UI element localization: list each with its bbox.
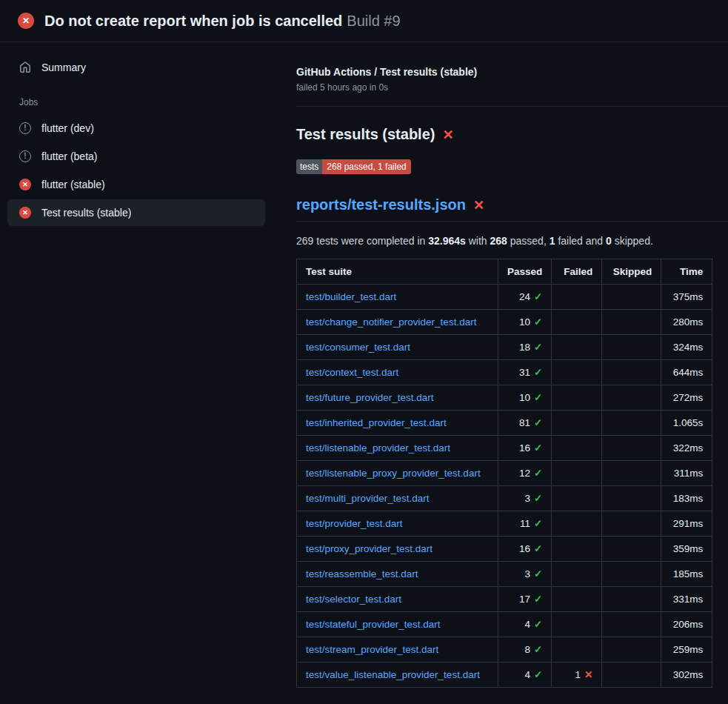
time-cell: 206ms bbox=[661, 612, 712, 637]
table-row: test/builder_test.dart24✓375ms bbox=[297, 285, 712, 310]
job-label: Test results (stable) bbox=[41, 207, 131, 219]
suite-link[interactable]: test/proxy_provider_test.dart bbox=[306, 543, 433, 554]
passed-count: 18 bbox=[519, 342, 530, 353]
time-cell: 272ms bbox=[661, 385, 712, 411]
suite-link[interactable]: test/multi_provider_test.dart bbox=[306, 493, 430, 504]
sidebar-item-job[interactable]: ✕Test results (stable) bbox=[7, 199, 265, 226]
suite-link[interactable]: test/reassemble_test.dart bbox=[306, 568, 418, 580]
col-header-passed: Passed bbox=[498, 259, 552, 285]
check-icon: ✓ bbox=[534, 442, 542, 454]
badge-label: tests bbox=[296, 159, 322, 174]
suite-link[interactable]: test/change_notifier_provider_test.dart bbox=[306, 316, 476, 328]
check-icon: ✓ bbox=[534, 367, 542, 378]
passed-count: 24 bbox=[519, 291, 530, 302]
suite-link[interactable]: test/stream_provider_test.dart bbox=[306, 644, 438, 655]
summary-number: 0 bbox=[606, 235, 612, 247]
time-cell: 322ms bbox=[661, 436, 712, 461]
col-header-skipped: Skipped bbox=[602, 259, 661, 285]
passed-count: 10 bbox=[519, 392, 530, 403]
failed-cell bbox=[552, 612, 602, 637]
failed-cell: 1✕ bbox=[552, 663, 602, 688]
suite-link[interactable]: test/context_test.dart bbox=[306, 367, 398, 378]
sidebar-item-job[interactable]: !flutter (dev) bbox=[7, 115, 265, 142]
suite-cell: test/reassemble_test.dart bbox=[297, 562, 498, 587]
skipped-cell bbox=[602, 612, 661, 637]
suite-cell: test/builder_test.dart bbox=[297, 285, 498, 310]
table-row: test/inherited_provider_test.dart81✓1.06… bbox=[297, 411, 712, 436]
check-icon: ✓ bbox=[534, 619, 542, 630]
suite-cell: test/provider_test.dart bbox=[297, 511, 498, 537]
passed-cell: 4✓ bbox=[498, 612, 552, 637]
passed-cell: 31✓ bbox=[498, 360, 552, 385]
suite-link[interactable]: test/listenable_provider_test.dart bbox=[306, 442, 450, 454]
check-icon: ✓ bbox=[534, 392, 542, 403]
failed-cell bbox=[552, 385, 602, 411]
suite-link[interactable]: test/value_listenable_provider_test.dart bbox=[306, 669, 480, 680]
summary-number: 1 bbox=[550, 235, 555, 247]
passed-count: 81 bbox=[519, 417, 530, 428]
table-row: test/multi_provider_test.dart3✓183ms bbox=[297, 486, 712, 511]
status-line: failed 5 hours ago in 0s bbox=[296, 82, 728, 93]
suite-cell: test/consumer_test.dart bbox=[297, 335, 498, 360]
table-row: test/proxy_provider_test.dart16✓359ms bbox=[297, 537, 712, 562]
passed-cell: 3✓ bbox=[498, 562, 552, 587]
skipped-cell bbox=[602, 663, 661, 688]
col-header-time: Time bbox=[661, 259, 712, 285]
failed-cell bbox=[552, 285, 602, 310]
check-icon: ✓ bbox=[534, 568, 542, 580]
suite-link[interactable]: test/consumer_test.dart bbox=[306, 342, 410, 353]
table-row: test/provider_test.dart11✓291ms bbox=[297, 511, 712, 537]
build-number: Build #9 bbox=[347, 13, 400, 29]
time-cell: 280ms bbox=[661, 310, 712, 335]
suite-link[interactable]: test/inherited_provider_test.dart bbox=[306, 417, 447, 428]
cross-icon: ✕ bbox=[584, 669, 592, 680]
suite-link[interactable]: test/stateful_provider_test.dart bbox=[306, 619, 441, 630]
jobs-heading: Jobs bbox=[7, 82, 265, 115]
col-header-failed: Failed bbox=[552, 259, 602, 285]
check-icon: ✓ bbox=[534, 543, 542, 554]
report-link[interactable]: reports/test-results.json bbox=[296, 196, 466, 213]
sidebar-item-summary[interactable]: Summary bbox=[7, 54, 265, 81]
skipped-cell bbox=[602, 537, 661, 562]
summary-text: 269 tests were completed in 32.964s with… bbox=[296, 235, 728, 247]
table-row: test/selector_test.dart17✓331ms bbox=[297, 587, 712, 612]
suite-link[interactable]: test/future_provider_test.dart bbox=[306, 392, 434, 403]
suite-cell: test/stream_provider_test.dart bbox=[297, 637, 498, 663]
suite-link[interactable]: test/listenable_proxy_provider_test.dart bbox=[306, 468, 481, 479]
sidebar-item-job[interactable]: ✕flutter (stable) bbox=[7, 171, 265, 198]
check-icon: ✓ bbox=[534, 342, 542, 353]
passed-count: 17 bbox=[519, 594, 530, 605]
suite-cell: test/listenable_provider_test.dart bbox=[297, 436, 498, 461]
suite-link[interactable]: test/provider_test.dart bbox=[306, 518, 403, 529]
suite-cell: test/listenable_proxy_provider_test.dart bbox=[297, 461, 498, 486]
failed-cell bbox=[552, 511, 602, 537]
check-icon: ✓ bbox=[534, 518, 542, 529]
skipped-cell bbox=[602, 360, 661, 385]
tests-badge: tests 268 passed, 1 failed bbox=[296, 159, 411, 174]
divider bbox=[296, 106, 728, 107]
passed-count: 10 bbox=[519, 316, 530, 328]
suite-link[interactable]: test/selector_test.dart bbox=[306, 594, 401, 605]
sidebar-item-job[interactable]: !flutter (beta) bbox=[7, 143, 265, 170]
passed-cell: 16✓ bbox=[498, 537, 552, 562]
passed-count: 12 bbox=[519, 468, 530, 479]
skipped-cell bbox=[602, 310, 661, 335]
time-cell: 302ms bbox=[661, 663, 712, 688]
table-row: test/listenable_proxy_provider_test.dart… bbox=[297, 461, 712, 486]
skipped-cell bbox=[602, 436, 661, 461]
summary-fragment: 269 tests were completed in bbox=[296, 235, 428, 247]
skipped-cell bbox=[602, 587, 661, 612]
failed-count: 1 bbox=[575, 669, 581, 680]
check-icon: ✓ bbox=[534, 493, 542, 504]
summary-fragment: failed and bbox=[555, 235, 607, 247]
passed-count: 31 bbox=[519, 367, 530, 378]
failed-cell bbox=[552, 360, 602, 385]
passed-count: 3 bbox=[524, 568, 530, 580]
suite-link[interactable]: test/builder_test.dart bbox=[306, 291, 396, 302]
col-header-suite: Test suite bbox=[297, 259, 498, 285]
passed-cell: 12✓ bbox=[498, 461, 552, 486]
passed-count: 4 bbox=[524, 669, 530, 680]
build-header: ✕ Do not create report when job is cance… bbox=[0, 0, 728, 42]
failed-icon: ✕ bbox=[19, 207, 31, 219]
passed-cell: 18✓ bbox=[498, 335, 552, 360]
